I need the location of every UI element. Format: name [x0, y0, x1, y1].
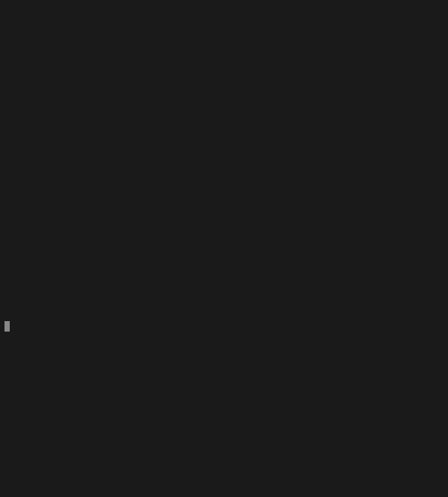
cursor-icon — [4, 321, 10, 332]
rule-row — [4, 205, 444, 243]
blank-row — [4, 79, 444, 91]
prompt-line[interactable] — [4, 319, 444, 332]
table-header-row — [4, 129, 444, 168]
terminal-output — [0, 0, 448, 347]
